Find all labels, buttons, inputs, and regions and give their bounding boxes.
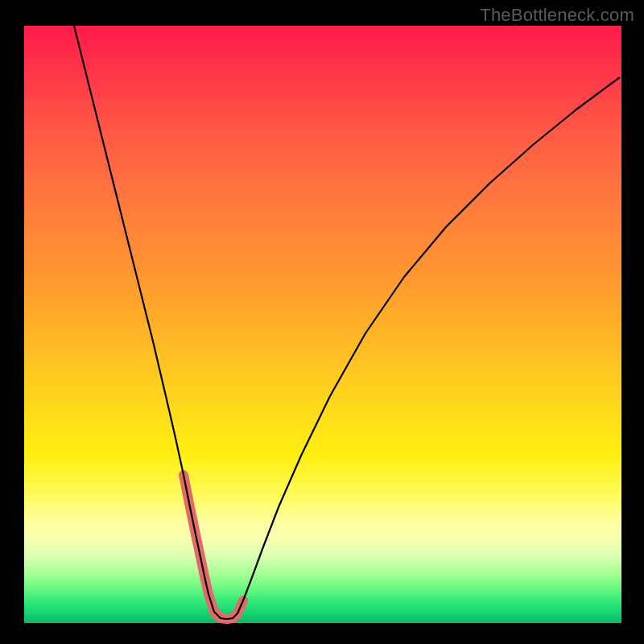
plot-area	[24, 26, 621, 623]
trough-highlight	[184, 475, 243, 619]
chart-frame: TheBottleneck.com	[0, 0, 644, 644]
attribution-text: TheBottleneck.com	[480, 5, 634, 26]
bottleneck-curve	[74, 26, 620, 619]
curve-layer	[24, 26, 621, 623]
